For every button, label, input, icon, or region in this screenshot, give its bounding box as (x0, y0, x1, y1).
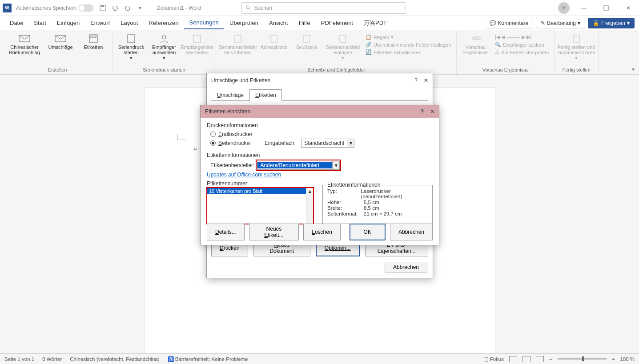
user-avatar[interactable]: Y (558, 2, 570, 14)
etiketten-einrichten-dialog: Etiketten einrichten ? ✕ Druckerinformat… (200, 105, 439, 245)
fokus-button[interactable]: ⬚ Fokus (483, 356, 504, 362)
svg-rect-8 (91, 36, 96, 38)
dialog1-close-icon[interactable]: ✕ (424, 77, 428, 84)
page-indicator[interactable]: Seite 1 von 1 (4, 356, 34, 362)
tab-ueberpruefen[interactable]: Überprüfen (224, 17, 264, 29)
chevron-down-icon[interactable]: ▾ (347, 139, 354, 147)
group-label-vorschau: Vorschau Ergebnisse (482, 66, 529, 73)
autosave-label: Automatisches Speichern (16, 5, 76, 11)
group-label-erstellen: Erstellen (48, 66, 67, 73)
dialog1-help-icon[interactable]: ? (414, 77, 418, 84)
tab-entwurf[interactable]: Entwurf (85, 17, 115, 29)
zoom-level[interactable]: 100 % (620, 356, 635, 362)
empfaenger-auswaehlen-button[interactable]: Empfänger auswählen ▾ (149, 32, 179, 61)
loeschen-button[interactable]: Löschen (303, 224, 340, 240)
tab-referenzen[interactable]: Referenzen (143, 17, 184, 29)
empfaengerliste-bearbeiten-button: Empfängerliste bearbeiten (182, 32, 212, 55)
updates-link[interactable]: Updates auf Office.com suchen (207, 172, 281, 178)
zoom-in-button[interactable]: + (612, 356, 615, 362)
hersteller-label: Etikettenhersteller: (210, 162, 254, 168)
chevron-down-icon[interactable]: ▾ (332, 161, 339, 169)
tab-ansicht[interactable]: Ansicht (264, 17, 293, 29)
tab-hilfe[interactable]: Hilfe (293, 17, 316, 29)
dialog2-abbrechen-button[interactable]: Abbrechen (390, 224, 433, 240)
details-button[interactable]: Details... (207, 224, 245, 240)
etikettennummer-label: Etikettennummer: (207, 180, 313, 187)
ribbon-tabs: Datei Start Einfügen Entwurf Layout Refe… (0, 16, 639, 30)
scrollbar[interactable]: ▴ (306, 188, 313, 224)
group-vorschau: ABCVorschau Ergebnisse |◀ ◀ ▶ ▶| 🔍 Empfä… (457, 31, 555, 74)
chinesischer-briefumschlag-button[interactable]: Chinesischer Briefumschlag (6, 32, 43, 55)
etiketten-button[interactable]: Etiketten (78, 32, 109, 50)
dialog1-tab-umschlaege[interactable]: Umschläge (211, 89, 249, 101)
svg-rect-17 (573, 35, 579, 42)
dialog1-title: Umschläge und Etiketten (211, 77, 270, 84)
hersteller-combo[interactable]: Andere/Benutzerdefiniert ▾ (257, 161, 340, 170)
grusszeile-button: Grußzeile (292, 32, 322, 50)
maximize-button[interactable] (598, 3, 614, 13)
close-button[interactable]: ✕ (620, 3, 636, 13)
group-seriendruck-starten: Seriendruck starten ▾ Empfänger auswähle… (113, 31, 216, 74)
dialog2-close-icon[interactable]: ✕ (430, 108, 434, 115)
autosave-toggle[interactable] (78, 4, 93, 12)
minimize-button[interactable]: — (576, 3, 592, 13)
group-erstellen: Chinesischer Briefumschlag Umschläge Eti… (3, 31, 113, 74)
svg-line-3 (249, 8, 250, 10)
ok-button[interactable]: OK (350, 224, 386, 240)
tab-start[interactable]: Start (28, 17, 51, 29)
group-label-fertig: Fertig stellen (563, 66, 591, 73)
redo-icon[interactable] (123, 3, 133, 13)
search-input[interactable]: Suchen (241, 2, 406, 14)
dialog2-titlebar: Etiketten einrichten ? ✕ (201, 105, 439, 118)
dialog1-titlebar: Umschläge und Etiketten ? ✕ (207, 73, 433, 88)
record-nav: |◀ ◀ ▶ ▶| (493, 34, 551, 40)
view-print-icon[interactable] (522, 356, 530, 362)
bearbeitung-button[interactable]: ✎ Bearbeitung ▾ (536, 18, 585, 28)
tab-layout[interactable]: Layout (115, 17, 143, 29)
etiketteninfo-panel: Etiketteninformationen Typ:Laserdrucker … (322, 185, 433, 224)
tab-einfuegen[interactable]: Einfügen (52, 17, 85, 29)
view-read-icon[interactable] (509, 356, 517, 362)
adressblock-button: Adressblock (259, 32, 289, 50)
paragraph-mark: ↵ (193, 146, 198, 152)
qat-dropdown-icon[interactable]: ▾ (135, 3, 145, 13)
word-count[interactable]: 0 Wörter (42, 356, 62, 362)
seriendruck-starten-button[interactable]: Seriendruck starten ▾ (116, 32, 146, 61)
fertig-stellen-button: Fertig stellen und zusammenführen ▾ (558, 32, 595, 61)
zoom-slider[interactable] (558, 358, 607, 360)
tab-pdfelement[interactable]: PDFelement (316, 17, 358, 29)
search-icon (245, 5, 252, 11)
dialog2-help-icon[interactable]: ? (421, 108, 424, 115)
svg-rect-4 (604, 6, 608, 10)
dialog1-abbrechen-button[interactable]: Abbrechen (385, 262, 427, 272)
svg-rect-13 (271, 35, 277, 42)
save-icon[interactable] (98, 3, 108, 13)
eingabefach-combo[interactable]: Standardschacht ▾ (301, 139, 354, 148)
accessibility-indicator[interactable]: ♿ Barrierefreiheit: Keine Probleme (168, 356, 248, 362)
felder-festlegen-button: 🔗 Übereinstimmende Felder festlegen (364, 41, 453, 48)
svg-rect-9 (128, 35, 135, 43)
list-item[interactable]: 10 Vistenkarten pro Blatt (207, 188, 313, 194)
tab-wanxingpdf[interactable]: 万兴PDF (358, 16, 392, 30)
umschlaege-button[interactable]: Umschläge (45, 32, 76, 50)
group-label-seriendruck: Seriendruck starten (143, 66, 185, 73)
svg-rect-15 (340, 35, 346, 42)
svg-rect-14 (304, 35, 310, 42)
tab-datei[interactable]: Datei (4, 17, 28, 29)
svg-rect-12 (235, 35, 241, 42)
kommentare-button[interactable]: 💬 Kommentare (485, 18, 534, 28)
empfaenger-suchen-button: 🔍 Empfänger suchen (493, 41, 551, 48)
svg-text:ABC: ABC (472, 36, 481, 41)
seitendrucker-radio[interactable]: Seitendrucker Eingabefach: Standardschac… (210, 139, 433, 148)
neues-etikett-button[interactable]: Neues Etikett... (249, 224, 299, 240)
endlosdrucker-radio[interactable]: Endlosdrucker (210, 131, 433, 137)
language-indicator[interactable]: Chinesisch (vereinfacht, Festlandchina) (70, 356, 159, 362)
view-web-icon[interactable] (536, 356, 544, 362)
svg-rect-11 (193, 35, 201, 42)
freigeben-button[interactable]: 🔓 Freigeben ▾ (588, 18, 635, 28)
zoom-out-button[interactable]: − (549, 356, 552, 362)
etikettennummer-listbox[interactable]: 10 Vistenkarten pro Blatt ▴ (207, 188, 313, 224)
undo-icon[interactable] (110, 3, 120, 13)
tab-sendungen[interactable]: Sendungen (184, 16, 225, 29)
dialog1-tab-etiketten[interactable]: Etiketten (249, 89, 282, 101)
